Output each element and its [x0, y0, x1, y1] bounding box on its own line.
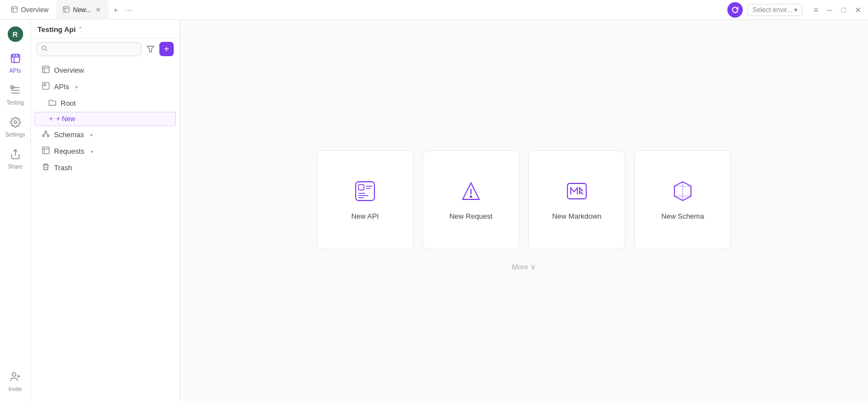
svg-point-30: [42, 135, 45, 137]
new-request-card[interactable]: New Request: [422, 150, 519, 250]
apis-label: APIs: [9, 68, 21, 74]
svg-point-9: [12, 55, 13, 56]
schemas-nav-label: Schemas: [54, 131, 84, 139]
schemas-nav-icon: [42, 130, 50, 139]
tab-new-label: New...: [73, 6, 91, 14]
more-chevron-icon: ∨: [531, 263, 536, 271]
new-schema-icon: [671, 179, 695, 203]
env-chevron-icon: ▾: [794, 6, 797, 14]
more-label: More: [512, 263, 528, 271]
apis-nav-icon: [42, 82, 50, 91]
svg-point-48: [470, 196, 472, 198]
environment-select[interactable]: Select envir... ▾: [747, 4, 802, 16]
new-item-label: + New: [56, 115, 75, 123]
overview-nav-label: Overview: [54, 66, 84, 74]
testing-icon: [10, 85, 21, 99]
requests-nav-arrow: ▸: [91, 148, 94, 154]
sidebar-search-row: +: [31, 39, 179, 59]
svg-rect-34: [42, 147, 49, 154]
apis-icon: [10, 53, 21, 67]
invite-label: Invite: [9, 386, 22, 392]
new-schema-card[interactable]: New Schema: [634, 150, 731, 250]
svg-point-16: [14, 121, 17, 124]
more-tabs-button[interactable]: ···: [122, 3, 136, 17]
menu-button[interactable]: ≡: [811, 4, 820, 15]
activity-bar: R APIs: [0, 20, 31, 401]
avatar[interactable]: R: [8, 26, 23, 42]
requests-nav-label: Requests: [54, 147, 84, 155]
tab-overview-icon: [11, 6, 18, 14]
new-request-label: New Request: [449, 212, 492, 220]
svg-rect-27: [42, 83, 49, 89]
add-new-button[interactable]: +: [159, 42, 174, 56]
tab-close-button[interactable]: ✕: [94, 6, 102, 14]
sidebar-item-settings[interactable]: Settings: [2, 112, 29, 142]
sidebar-header: Testing Api ⌃: [31, 20, 179, 39]
settings-icon: [10, 117, 21, 131]
svg-point-10: [15, 55, 16, 56]
svg-point-11: [18, 55, 19, 56]
svg-marker-23: [147, 46, 154, 52]
tab-overview-label: Overview: [21, 6, 49, 14]
cards-grid: New API New Request New Markd: [317, 150, 731, 250]
nav-item-root[interactable]: Root: [34, 95, 176, 111]
new-markdown-card[interactable]: New Markdown: [528, 150, 625, 250]
apis-nav-arrow: ▸: [76, 84, 78, 90]
svg-line-50: [580, 191, 583, 194]
search-box[interactable]: [36, 42, 142, 56]
sidebar: Testing Api ⌃ +: [31, 20, 180, 401]
minimize-button[interactable]: ─: [825, 4, 835, 15]
titlebar-right: Select envir... ▾ ≡ ─ □ ✕: [727, 2, 864, 18]
svg-rect-24: [42, 66, 49, 73]
svg-line-32: [44, 133, 46, 135]
settings-label: Settings: [5, 132, 25, 138]
sidebar-item-invite[interactable]: Invite: [2, 367, 29, 397]
nav-item-overview[interactable]: Overview: [34, 62, 176, 78]
tab-bar: Overview New... ✕ + ···: [4, 0, 727, 20]
add-tab-button[interactable]: +: [110, 3, 121, 17]
search-icon: [41, 45, 48, 53]
nav-item-trash[interactable]: Trash: [34, 160, 176, 176]
new-plus-icon: +: [49, 115, 53, 123]
nav-item-requests[interactable]: Requests ▸: [34, 143, 176, 159]
sync-button[interactable]: [727, 2, 743, 18]
tab-overview[interactable]: Overview: [4, 0, 55, 20]
trash-nav-label: Trash: [54, 164, 72, 172]
nav-item-schemas[interactable]: Schemas ▸: [34, 127, 176, 143]
sidebar-title: Testing Api ⌃: [37, 25, 83, 34]
schemas-nav-arrow: ▸: [90, 132, 93, 138]
new-api-icon: [353, 179, 377, 203]
requests-nav-icon: [42, 147, 50, 156]
main-content: New API New Request New Markd: [180, 20, 868, 401]
new-api-card[interactable]: New API: [317, 150, 414, 250]
svg-point-31: [47, 135, 50, 137]
svg-rect-15: [10, 86, 13, 89]
svg-line-22: [46, 49, 47, 51]
svg-rect-0: [12, 6, 18, 12]
close-window-button[interactable]: ✕: [853, 4, 864, 15]
sidebar-item-share[interactable]: Share: [2, 144, 29, 174]
new-request-icon: [459, 179, 483, 203]
testing-label: Testing: [7, 100, 24, 106]
filter-button[interactable]: [145, 44, 156, 55]
svg-rect-49: [567, 183, 586, 199]
tab-new[interactable]: New... ✕: [56, 0, 109, 20]
overview-nav-icon: [42, 66, 50, 75]
nav-item-new[interactable]: + + New: [34, 112, 176, 126]
new-markdown-label: New Markdown: [552, 212, 602, 220]
folder-icon: [49, 99, 56, 108]
nav-item-apis[interactable]: APIs ▸: [34, 79, 176, 95]
more-button[interactable]: More ∨: [512, 263, 536, 271]
maximize-button[interactable]: □: [839, 4, 848, 15]
sidebar-item-apis[interactable]: APIs: [2, 48, 29, 78]
apis-nav-label: APIs: [54, 83, 69, 91]
svg-point-21: [42, 46, 46, 50]
share-icon: [10, 149, 21, 162]
env-select-label: Select envir...: [752, 6, 792, 14]
sidebar-nav: Overview APIs ▸: [31, 59, 179, 178]
invite-icon: [10, 371, 21, 385]
sidebar-item-testing[interactable]: Testing: [2, 80, 29, 110]
window-controls: ≡ ─ □ ✕: [811, 4, 864, 15]
search-input[interactable]: [48, 45, 137, 53]
tab-new-icon: [63, 6, 69, 14]
